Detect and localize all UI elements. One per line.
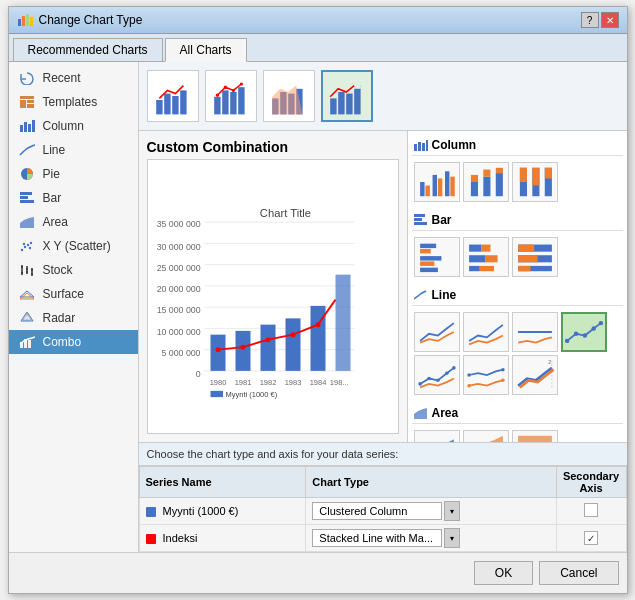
series-indeksi-secondary-axis-checkbox[interactable]: ✓ <box>584 531 598 545</box>
area-category-icon <box>414 407 428 419</box>
sidebar-label-line: Line <box>43 143 66 157</box>
series-row-indeksi: Indeksi Stacked Line with Ma... ▾ ✓ <box>139 525 626 552</box>
line-markers[interactable] <box>561 312 607 352</box>
cancel-button[interactable]: Cancel <box>539 561 618 585</box>
svg-point-90 <box>265 337 270 342</box>
sidebar-item-combo[interactable]: Combo <box>9 330 138 354</box>
svg-point-155 <box>467 384 471 388</box>
sidebar-item-column[interactable]: Column <box>9 114 138 138</box>
thumb-combo-3[interactable] <box>263 70 315 122</box>
svg-rect-15 <box>20 200 34 203</box>
series-myynti-secondary-axis-checkbox[interactable] <box>584 503 598 517</box>
svg-point-144 <box>573 332 577 336</box>
series-indeksi-dropdown-arrow[interactable]: ▾ <box>444 528 460 548</box>
bar-icon <box>19 191 35 205</box>
svg-point-22 <box>28 247 30 249</box>
tabs-bar: Recommended Charts All Charts <box>9 34 627 62</box>
line-basic[interactable] <box>414 312 460 352</box>
sidebar-label-xy-scatter: X Y (Scatter) <box>43 239 111 253</box>
line-icon <box>19 143 35 157</box>
category-column: Column <box>412 135 623 204</box>
col-clustered[interactable] <box>414 162 460 202</box>
bar-100pct[interactable] <box>512 237 558 277</box>
svg-rect-101 <box>414 144 417 151</box>
bar-clustered[interactable] <box>414 237 460 277</box>
sidebar-label-templates: Templates <box>43 95 98 109</box>
sidebar-item-area[interactable]: Area <box>9 210 138 234</box>
title-bar-buttons: ? ✕ <box>581 12 619 28</box>
sidebar-item-line[interactable]: Line <box>9 138 138 162</box>
dialog-icon <box>17 12 33 28</box>
ok-button[interactable]: OK <box>474 561 533 585</box>
line-3d[interactable]: 2 <box>512 355 558 395</box>
series-indeksi-name: Indeksi <box>139 525 306 552</box>
sidebar-item-bar[interactable]: Bar <box>9 186 138 210</box>
sidebar-label-surface: Surface <box>43 287 84 301</box>
svg-rect-114 <box>483 170 490 177</box>
preview-title: Custom Combination <box>147 139 399 155</box>
series-indeksi-dropdown[interactable]: Stacked Line with Ma... ▾ <box>312 528 549 548</box>
svg-rect-10 <box>28 124 31 132</box>
sidebar-item-recent[interactable]: Recent <box>9 66 138 90</box>
dialog-content: Recent Templates C <box>9 62 627 552</box>
sidebar-item-templates[interactable]: Templates <box>9 90 138 114</box>
svg-rect-13 <box>20 192 32 195</box>
sidebar-label-radar: Radar <box>43 311 76 325</box>
thumb-combo-1[interactable] <box>147 70 199 122</box>
line-stacked-markers[interactable] <box>414 355 460 395</box>
col-stacked[interactable] <box>463 162 509 202</box>
svg-rect-131 <box>469 245 481 252</box>
col-header-series-name: Series Name <box>139 467 306 498</box>
svg-rect-106 <box>425 186 429 197</box>
svg-rect-109 <box>445 171 449 196</box>
category-area-label: Area <box>432 406 459 420</box>
svg-point-152 <box>452 366 456 370</box>
line-100pct[interactable] <box>512 312 558 352</box>
svg-text:1984: 1984 <box>309 378 326 387</box>
category-line-label: Line <box>432 288 457 302</box>
svg-rect-116 <box>495 168 502 173</box>
surface-icon <box>19 287 35 301</box>
col-header-secondary-axis: Secondary Axis <box>556 467 626 498</box>
svg-rect-133 <box>469 255 485 262</box>
svg-point-17 <box>20 249 22 251</box>
svg-text:198...: 198... <box>329 378 348 387</box>
area-100pct[interactable] <box>512 430 558 442</box>
svg-rect-104 <box>426 140 428 151</box>
svg-rect-112 <box>470 175 477 182</box>
sidebar-item-surface[interactable]: Surface <box>9 282 138 306</box>
series-myynti-dropdown[interactable]: Clustered Column ▾ <box>312 501 549 521</box>
tab-recommended[interactable]: Recommended Charts <box>13 38 163 61</box>
line-stacked[interactable] <box>463 312 509 352</box>
svg-rect-1 <box>22 16 25 26</box>
svg-rect-107 <box>432 175 436 196</box>
category-area-header: Area <box>412 403 623 424</box>
thumb-combo-4[interactable] <box>321 70 373 122</box>
sidebar-label-recent: Recent <box>43 71 81 85</box>
svg-point-18 <box>23 246 25 248</box>
svg-text:1980: 1980 <box>209 378 226 387</box>
series-myynti-dropdown-arrow[interactable]: ▾ <box>444 501 460 521</box>
area-basic[interactable] <box>414 430 460 442</box>
series-indeksi-chart-type: Stacked Line with Ma... ▾ <box>306 525 556 552</box>
sidebar-item-stock[interactable]: Stock <box>9 258 138 282</box>
svg-rect-43 <box>156 100 162 114</box>
category-bar: Bar <box>412 210 623 279</box>
bar-stacked[interactable] <box>463 237 509 277</box>
tab-all-charts[interactable]: All Charts <box>165 38 247 62</box>
area-stacked[interactable] <box>463 430 509 442</box>
svg-rect-110 <box>450 177 454 197</box>
close-button[interactable]: ✕ <box>601 12 619 28</box>
sidebar-item-pie[interactable]: Pie <box>9 162 138 186</box>
sidebar-item-radar[interactable]: Radar <box>9 306 138 330</box>
svg-rect-5 <box>20 100 26 108</box>
thumb-combo-2[interactable] <box>205 70 257 122</box>
line-100pct-markers[interactable] <box>463 355 509 395</box>
right-panel-scroll[interactable]: Column <box>408 131 627 442</box>
help-button[interactable]: ? <box>581 12 599 28</box>
series-myynti-secondary-axis-cell <box>556 498 626 525</box>
col-header-chart-type: Chart Type <box>306 467 556 498</box>
sidebar-item-xy-scatter[interactable]: X Y (Scatter) <box>9 234 138 258</box>
col-100pct[interactable] <box>512 162 558 202</box>
svg-point-88 <box>215 347 220 352</box>
